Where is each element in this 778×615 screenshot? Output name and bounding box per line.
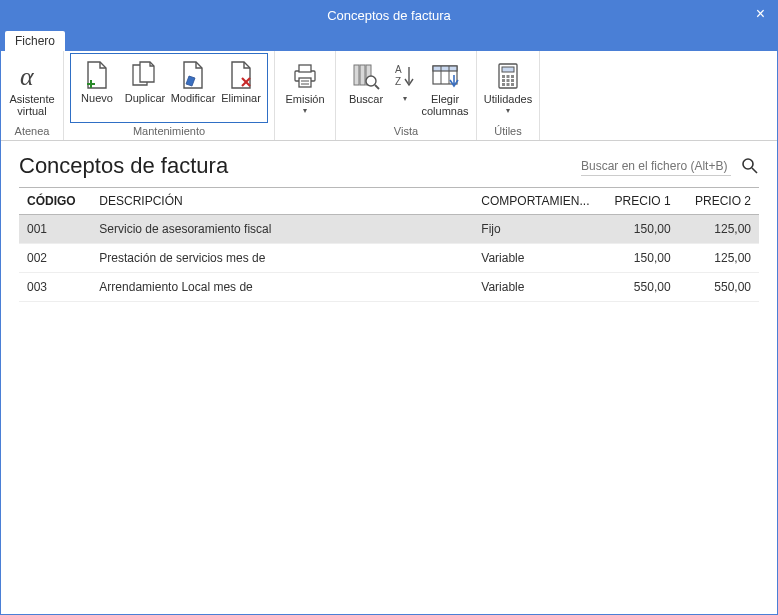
duplicar-button[interactable]: Duplicar	[121, 56, 169, 120]
cell-precio2: 550,00	[679, 273, 759, 302]
ribbon-group-label-emision	[281, 123, 329, 140]
elegir-columnas-button[interactable]: Elegir columnas	[420, 57, 470, 121]
ribbon-group-utiles: Utilidades ▾ Útiles	[477, 51, 540, 140]
duplicate-doc-icon	[130, 58, 160, 92]
svg-rect-27	[511, 75, 514, 78]
edit-doc-icon	[180, 58, 206, 92]
columns-icon	[430, 59, 460, 93]
cell-precio2: 125,00	[679, 215, 759, 244]
printer-icon	[290, 59, 320, 93]
cell-descripcion: Arrendamiento Local mes de	[91, 273, 473, 302]
svg-rect-30	[511, 79, 514, 82]
cell-comportamiento: Fijo	[473, 215, 598, 244]
ribbon-group-mantenimiento: Nuevo Duplicar	[64, 51, 275, 140]
svg-rect-10	[354, 65, 359, 85]
emision-button[interactable]: Emisión ▾	[281, 57, 329, 121]
ordenar-button[interactable]: A Z ▾	[390, 57, 420, 121]
svg-rect-31	[502, 83, 505, 86]
calculator-icon	[495, 59, 521, 93]
asistente-virtual-button[interactable]: α Asistente virtual	[7, 57, 57, 121]
elegir-label-2: columnas	[421, 105, 468, 117]
modificar-button[interactable]: Modificar	[169, 56, 217, 120]
content-header: Conceptos de factura	[1, 141, 777, 187]
svg-rect-6	[299, 65, 311, 72]
cell-comportamiento: Variable	[473, 273, 598, 302]
cell-codigo: 002	[19, 244, 91, 273]
svg-rect-7	[299, 78, 311, 87]
ribbon-group-label-mantenimiento: Mantenimiento	[70, 123, 268, 140]
svg-rect-33	[511, 83, 514, 86]
svg-rect-29	[507, 79, 510, 82]
svg-text:Z: Z	[395, 76, 401, 87]
ribbon-group-label-atenea: Atenea	[7, 123, 57, 140]
ribbon: α Asistente virtual Atenea	[1, 51, 777, 141]
ribbon-group-label-utiles: Útiles	[483, 123, 533, 140]
cell-descripcion: Servicio de asesoramiento fiscal	[91, 215, 473, 244]
cell-codigo: 003	[19, 273, 91, 302]
cell-precio2: 125,00	[679, 244, 759, 273]
asistente-label-1: Asistente	[9, 93, 54, 105]
search-input[interactable]	[581, 157, 731, 176]
title-bar: Conceptos de factura ×	[1, 1, 777, 29]
svg-point-13	[366, 76, 376, 86]
utilidades-button[interactable]: Utilidades ▾	[483, 57, 533, 121]
svg-rect-26	[507, 75, 510, 78]
sort-icon: A Z	[393, 59, 417, 93]
svg-text:A: A	[395, 64, 402, 75]
chevron-down-icon: ▾	[403, 93, 407, 105]
modificar-label: Modificar	[171, 92, 216, 104]
delete-doc-icon	[228, 58, 254, 92]
col-codigo[interactable]: CÓDIGO	[19, 188, 91, 215]
emision-label: Emisión	[285, 93, 324, 105]
cell-comportamiento: Variable	[473, 244, 598, 273]
cell-precio1: 150,00	[598, 215, 678, 244]
svg-rect-28	[502, 79, 505, 82]
data-table: CÓDIGO DESCRIPCIÓN COMPORTAMIEN... PRECI…	[19, 187, 759, 302]
svg-point-34	[743, 159, 753, 169]
ribbon-group-atenea: α Asistente virtual Atenea	[1, 51, 64, 140]
svg-rect-32	[507, 83, 510, 86]
duplicar-label: Duplicar	[125, 92, 165, 104]
chevron-down-icon: ▾	[303, 105, 307, 117]
col-precio2[interactable]: PRECIO 2	[679, 188, 759, 215]
nuevo-button[interactable]: Nuevo	[73, 56, 121, 120]
svg-line-14	[375, 85, 379, 89]
eliminar-button[interactable]: Eliminar	[217, 56, 265, 120]
table-header-row: CÓDIGO DESCRIPCIÓN COMPORTAMIEN... PRECI…	[19, 188, 759, 215]
ribbon-group-emision: Emisión ▾	[275, 51, 336, 140]
buscar-label: Buscar	[349, 93, 383, 105]
utilidades-label: Utilidades	[484, 93, 532, 105]
col-descripcion[interactable]: DESCRIPCIÓN	[91, 188, 473, 215]
page-title: Conceptos de factura	[19, 153, 228, 179]
cell-codigo: 001	[19, 215, 91, 244]
cell-precio1: 550,00	[598, 273, 678, 302]
elegir-label-1: Elegir	[431, 93, 459, 105]
eliminar-label: Eliminar	[221, 92, 261, 104]
alpha-icon: α	[17, 59, 47, 93]
svg-rect-11	[360, 65, 365, 85]
close-icon[interactable]: ×	[750, 5, 771, 23]
svg-text:α: α	[20, 62, 35, 91]
buscar-button[interactable]: Buscar	[342, 57, 390, 121]
tab-strip: Fichero	[1, 29, 777, 51]
ribbon-group-vista: Buscar A Z ▾	[336, 51, 477, 140]
col-precio1[interactable]: PRECIO 1	[598, 188, 678, 215]
table-row[interactable]: 002Prestación de servicios mes deVariabl…	[19, 244, 759, 273]
table-row[interactable]: 001Servicio de asesoramiento fiscalFijo1…	[19, 215, 759, 244]
tab-fichero[interactable]: Fichero	[5, 31, 65, 51]
svg-rect-24	[502, 67, 514, 72]
svg-rect-19	[433, 66, 457, 71]
nuevo-label: Nuevo	[81, 92, 113, 104]
window-title: Conceptos de factura	[327, 8, 451, 23]
chevron-down-icon: ▾	[506, 105, 510, 117]
search-icon[interactable]	[741, 157, 759, 175]
svg-line-35	[752, 168, 757, 173]
svg-rect-25	[502, 75, 505, 78]
ribbon-group-label-vista: Vista	[342, 123, 470, 140]
search-box	[581, 157, 759, 176]
new-doc-icon	[84, 58, 110, 92]
table-row[interactable]: 003Arrendamiento Local mes deVariable550…	[19, 273, 759, 302]
asistente-label-2: virtual	[17, 105, 46, 117]
cell-precio1: 150,00	[598, 244, 678, 273]
col-comportamiento[interactable]: COMPORTAMIEN...	[473, 188, 598, 215]
